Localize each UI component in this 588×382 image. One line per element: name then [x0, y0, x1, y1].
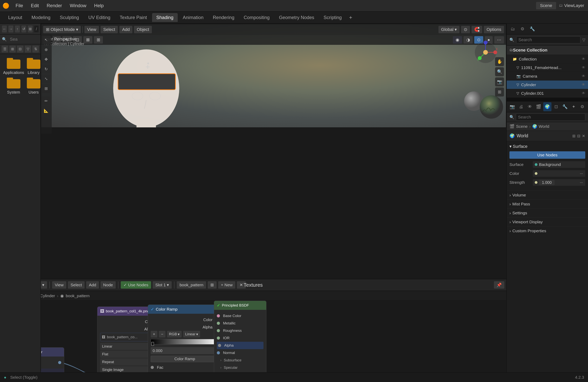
move-tool-btn[interactable]: ✥ — [42, 55, 51, 64]
cr-linear-btn[interactable]: Linear ▾ — [183, 331, 200, 338]
strength-menu-icon[interactable]: ⋯ — [579, 180, 583, 184]
folder-users[interactable]: Users — [27, 78, 41, 95]
view-zoom-btn[interactable]: 🔍 — [495, 67, 504, 76]
cr-add-btn[interactable]: + — [151, 331, 157, 338]
measure-tool-btn[interactable]: 📐 — [42, 106, 51, 115]
cr-value-row[interactable]: 0.000 — [151, 347, 219, 354]
prop-scene-icon[interactable]: 🎬 — [535, 102, 543, 111]
use-nodes-btn[interactable]: Use Nodes — [509, 151, 585, 159]
rp-properties-icon[interactable]: ⚙ — [518, 24, 527, 33]
collection-eye-icon[interactable]: 👁 — [582, 57, 585, 61]
vp-view-btn[interactable]: View — [84, 26, 99, 33]
world-browse-icon[interactable]: ⊟ — [577, 134, 580, 138]
scale-tool-btn[interactable]: ⤡ — [42, 74, 51, 83]
tab-scripting[interactable]: Scripting — [319, 13, 346, 22]
custom-properties-section[interactable]: › Custom Properties — [507, 226, 588, 235]
bc-scene-label[interactable]: Scene — [516, 124, 528, 129]
tab-modeling[interactable]: Modeling — [27, 13, 55, 22]
cylinder-eye-icon[interactable]: 👁 — [582, 83, 585, 87]
transform-global-btn[interactable]: Global ▾ — [439, 26, 460, 33]
nav-back-btn[interactable]: ← — [2, 25, 7, 32]
rp-search-input[interactable] — [516, 36, 580, 43]
world-close-icon[interactable]: ✕ — [582, 134, 585, 138]
rp-outliner-icon[interactable]: 🗂 — [508, 24, 517, 33]
menu-edit[interactable]: Edit — [27, 0, 43, 11]
tab-layout[interactable]: Layout — [4, 13, 26, 22]
transform-tool-btn[interactable]: ⊞ — [42, 84, 51, 93]
femalehead-eye-icon[interactable]: 👁 — [582, 65, 585, 70]
view-grid-btn[interactable]: ⊞ — [495, 87, 504, 96]
object-camera[interactable]: 📷 Camera 👁 — [507, 72, 588, 81]
surface-prop-value[interactable]: Background — [533, 161, 585, 168]
annotate-tool-btn[interactable]: ✏ — [42, 96, 51, 106]
tab-texturepaint[interactable]: Texture Paint — [116, 13, 151, 22]
tab-shading[interactable]: Shading — [152, 13, 178, 22]
prop-object-icon[interactable]: ⊡ — [552, 102, 560, 111]
menu-file[interactable]: File — [12, 0, 27, 11]
view-camera-btn[interactable]: 📷 — [495, 77, 504, 86]
bsdf-roughness-socket[interactable] — [217, 329, 220, 332]
cursor-tool-btn[interactable]: ⊕ — [42, 45, 51, 54]
world-search-input[interactable] — [516, 113, 585, 121]
viewport-mode-btn[interactable]: ⊞ Object Mode ▾ — [43, 26, 81, 33]
cr-gradient-bar[interactable] — [151, 339, 219, 344]
vp-select-btn[interactable]: Select — [101, 26, 118, 33]
tab-uvediting[interactable]: UV Editing — [84, 13, 115, 22]
cylinder001-eye[interactable]: 👁 — [582, 91, 585, 95]
cr-remove-btn[interactable]: − — [159, 331, 166, 338]
nav-refresh-btn[interactable]: ↺ — [21, 25, 26, 32]
mist-pass-section[interactable]: › Mist Pass — [507, 199, 588, 208]
object-cylinder[interactable]: ▽ Cylinder 👁 — [507, 81, 588, 89]
view-pan-btn[interactable]: ✋ — [495, 57, 504, 66]
color-ramp-node[interactable]: ✓ Color Ramp Color Alpha + − — [148, 305, 222, 372]
viewport-display-section[interactable]: › Viewport Display — [507, 217, 588, 226]
select-none-btn[interactable]: ⊞ — [94, 36, 103, 43]
grid-view-btn[interactable]: ⊞ — [9, 45, 16, 53]
object-femalehead[interactable]: ▽ 11091_FemaleHead... 👁 — [507, 64, 588, 72]
prop-output-icon[interactable]: 🖨 — [517, 102, 525, 111]
vp-object-btn[interactable]: Object — [134, 26, 152, 33]
cr-rgb-btn[interactable]: RGB ▾ — [167, 331, 182, 338]
vector-output-socket[interactable] — [58, 361, 61, 364]
color-menu-icon[interactable]: ⋯ — [579, 171, 583, 175]
ne-bc-material[interactable]: book_pattern — [66, 294, 90, 298]
tab-rendering[interactable]: Rendering — [209, 13, 239, 22]
nav-forward-btn[interactable]: → — [8, 25, 13, 32]
prop-view-icon[interactable]: 👁 — [526, 102, 534, 111]
tab-add[interactable]: + — [347, 14, 355, 21]
folder-library[interactable]: Library — [27, 58, 41, 75]
folder-applications[interactable]: Applications — [3, 58, 24, 75]
menu-window[interactable]: Window — [66, 0, 90, 11]
tab-compositing[interactable]: Compositing — [239, 13, 274, 22]
collection-root[interactable]: 📁 Collection 👁 — [507, 55, 588, 64]
camera-eye-icon[interactable]: 👁 — [582, 74, 585, 78]
snap-btn[interactable]: 🧲 — [472, 26, 482, 33]
menu-help[interactable]: Help — [90, 0, 107, 11]
cr-handle-left[interactable] — [151, 342, 154, 346]
strength-prop-value[interactable]: 1.000 ⋯ — [533, 179, 585, 186]
overlay-btn[interactable]: ◉ — [453, 36, 462, 43]
path-input[interactable]: / — [34, 26, 39, 32]
volume-section[interactable]: › Volume — [507, 191, 588, 199]
rotate-tool-btn[interactable]: ↻ — [42, 64, 51, 74]
settings-section[interactable]: › Settings — [507, 208, 588, 217]
bsdf-base-color-socket[interactable] — [217, 314, 220, 318]
principled-bsdf-node[interactable]: ✓ Principled BSDF Base Color Metallic Ro… — [214, 301, 266, 372]
list-view-btn[interactable]: ☰ — [1, 45, 8, 53]
rp-modifier-icon[interactable]: 🔧 — [528, 24, 537, 33]
tab-sculpting[interactable]: Sculpting — [55, 13, 83, 22]
color-prop-value[interactable]: ⋯ — [533, 170, 585, 177]
tab-animation[interactable]: Animation — [178, 13, 208, 22]
folder-system[interactable]: System — [3, 78, 24, 95]
prop-render-icon[interactable]: 📷 — [508, 102, 516, 111]
prop-modifier-icon[interactable]: 🔧 — [561, 102, 569, 111]
ne-bc-cylinder2[interactable]: Cylinder — [40, 294, 55, 298]
filter-btn[interactable]: ▽ — [25, 45, 31, 53]
vp-add-btn[interactable]: Add — [119, 26, 132, 33]
bsdf-alpha-socket[interactable] — [218, 344, 221, 347]
proportional-edit-btn[interactable]: ⊙ — [461, 26, 470, 33]
object-cylinder001[interactable]: ▽ Cylinder.001 👁 — [507, 89, 588, 98]
world-copy-icon[interactable]: ⊞ — [572, 134, 576, 138]
nav-up-btn[interactable]: ↑ — [15, 25, 20, 32]
bsdf-normal-socket[interactable] — [217, 351, 220, 354]
